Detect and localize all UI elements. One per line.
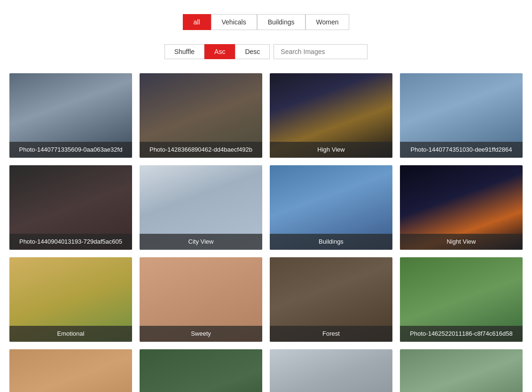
gallery-item-img15[interactable]: 46107d09: [270, 349, 392, 392]
gallery-item-img6[interactable]: City View: [140, 165, 262, 250]
gallery-item-img10[interactable]: Sweety: [140, 257, 262, 342]
filter-btn-buildings[interactable]: Buildings: [257, 14, 305, 30]
gallery-item-img7[interactable]: Buildings: [270, 165, 392, 250]
gallery-item-image: [270, 349, 392, 392]
gallery-item-caption: Photo-1440774351030-dee91ffd2864: [400, 142, 523, 158]
gallery-item-caption: Sweety: [140, 326, 262, 342]
gallery-item-img14[interactable]: Fashion: [140, 349, 262, 392]
sort-btn-shuffle[interactable]: Shuffle: [164, 44, 204, 59]
gallery-item-caption: Night View: [400, 234, 523, 250]
gallery-item-caption: Photo-1428366890462-dd4baecf492b: [140, 142, 262, 158]
filter-btn-vehicals[interactable]: Vehicals: [211, 14, 257, 30]
filter-btn-women[interactable]: Women: [305, 14, 350, 30]
gallery-item-caption: Photo-1462522011186-c8f74c616d58: [400, 326, 523, 342]
gallery-item-img3[interactable]: High View: [270, 73, 392, 158]
gallery-item-img2[interactable]: Photo-1428366890462-dd4baecf492b: [140, 73, 262, 158]
gallery-item-img8[interactable]: Night View: [400, 165, 523, 250]
sort-row: ShuffleAscDesc: [9, 44, 523, 59]
gallery-item-caption: High View: [270, 142, 392, 158]
search-input[interactable]: [274, 44, 368, 59]
sort-btn-desc[interactable]: Desc: [235, 44, 270, 59]
gallery-grid: Photo-1440771335609-0aa063ae32fdPhoto-14…: [9, 73, 523, 392]
sort-buttons: ShuffleAscDesc: [164, 44, 270, 59]
gallery-item-caption: Photo-1440771335609-0aa063ae32fd: [9, 142, 132, 158]
gallery-item-image: [400, 349, 523, 392]
filter-btn-all[interactable]: all: [183, 14, 211, 30]
category-filters: allVehicalsBuildingsWomen: [9, 14, 523, 30]
gallery-item-caption: Buildings: [270, 234, 392, 250]
gallery-item-img5[interactable]: Photo-1440904013193-729daf5ac605: [9, 165, 132, 250]
gallery-item-image: [140, 349, 262, 392]
gallery-item-img13[interactable]: Photo-1462804993656-fac4ff489837: [9, 349, 132, 392]
gallery-item-image: [9, 349, 132, 392]
gallery-item-img4[interactable]: Photo-1440774351030-dee91ffd2864: [400, 73, 523, 158]
gallery-item-img1[interactable]: Photo-1440771335609-0aa063ae32fd: [9, 73, 132, 158]
gallery-item-caption: Forest: [270, 326, 392, 342]
gallery-item-img9[interactable]: Emotional: [9, 257, 132, 342]
gallery-item-caption: Photo-1440904013193-729daf5ac605: [9, 234, 132, 250]
gallery-item-caption: City View: [140, 234, 262, 250]
gallery-item-img12[interactable]: Photo-1462522011186-c8f74c616d58: [400, 257, 523, 342]
gallery-item-img16[interactable]: Car: [400, 349, 523, 392]
gallery-item-caption: Emotional: [9, 326, 132, 342]
sort-btn-asc[interactable]: Asc: [204, 44, 235, 59]
gallery-item-img11[interactable]: Forest: [270, 257, 392, 342]
